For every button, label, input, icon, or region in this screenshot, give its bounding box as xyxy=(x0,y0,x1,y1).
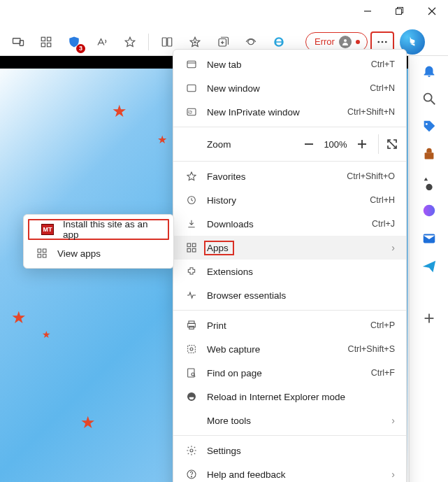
apps-submenu: MT Install this site as an app View apps xyxy=(23,214,174,269)
svg-rect-5 xyxy=(13,38,21,43)
menu-more-tools[interactable]: More tools › xyxy=(173,409,406,432)
menu-zoom-row: Zoom 100% xyxy=(173,130,406,158)
apps-icon xyxy=(34,248,50,259)
menu-new-tab[interactable]: New tab Ctrl+T xyxy=(173,52,406,76)
browser-menu: New tab Ctrl+T New window Ctrl+N New InP… xyxy=(173,49,407,482)
svg-rect-25 xyxy=(424,153,433,159)
zoom-out-button[interactable] xyxy=(298,134,319,155)
windows-icon xyxy=(183,83,200,94)
menu-favorites[interactable]: Favorites Ctrl+Shift+O xyxy=(173,164,406,188)
zoom-value: 100% xyxy=(319,139,352,150)
svg-point-54 xyxy=(191,476,192,477)
apps-icon xyxy=(183,242,200,253)
menu-essentials[interactable]: Browser essentials xyxy=(173,283,406,307)
svg-rect-7 xyxy=(41,37,45,41)
bell-icon[interactable] xyxy=(421,63,437,78)
menu-separator xyxy=(173,435,406,436)
find-icon xyxy=(183,367,200,378)
decorative-star-icon: ★ xyxy=(112,101,127,121)
search-icon[interactable] xyxy=(421,91,437,106)
menu-shortcut: Ctrl+F xyxy=(371,368,395,378)
add-icon[interactable] xyxy=(421,311,437,326)
tab-icon xyxy=(183,59,200,70)
download-icon xyxy=(183,218,200,229)
svg-rect-8 xyxy=(48,37,51,41)
decorative-star-icon: ★ xyxy=(157,133,167,146)
menu-label: New InPrivate window xyxy=(200,107,347,118)
submenu-install-site[interactable]: MT Install this site as an app xyxy=(28,219,169,240)
shield-icon[interactable]: 3 xyxy=(62,31,87,53)
svg-rect-58 xyxy=(43,254,46,257)
profile-avatar-icon xyxy=(339,36,352,48)
menu-label: History xyxy=(200,195,370,206)
menu-label: Print xyxy=(200,320,370,331)
chevron-right-icon: › xyxy=(391,415,395,426)
menu-shortcut: Ctrl+N xyxy=(370,83,395,93)
help-icon xyxy=(183,469,200,480)
svg-rect-32 xyxy=(187,85,196,91)
svg-rect-43 xyxy=(192,248,196,252)
menu-apps[interactable]: Apps › xyxy=(173,236,406,260)
menu-reload-ie[interactable]: Reload in Internet Explorer mode xyxy=(173,385,406,409)
menu-extensions[interactable]: Extensions xyxy=(173,260,406,283)
menu-help[interactable]: Help and feedback › xyxy=(173,462,406,482)
decorative-star-icon: ★ xyxy=(11,308,27,327)
inprivate-icon xyxy=(183,106,200,118)
menu-new-inprivate[interactable]: New InPrivate window Ctrl+Shift+N xyxy=(173,100,406,124)
menu-label: Install this site as an app xyxy=(56,219,157,240)
svg-rect-10 xyxy=(48,43,51,46)
zoom-label: Zoom xyxy=(207,139,298,150)
shopping-tag-icon[interactable] xyxy=(421,119,437,134)
menu-separator xyxy=(173,161,406,162)
svg-rect-40 xyxy=(187,243,191,247)
svg-point-52 xyxy=(190,449,193,452)
tools-icon[interactable] xyxy=(421,147,437,162)
fullscreen-button[interactable] xyxy=(378,134,398,154)
favorite-star-icon[interactable] xyxy=(117,31,143,53)
games-icon[interactable] xyxy=(421,175,437,190)
extension-icon xyxy=(183,266,200,277)
menu-separator xyxy=(173,310,406,311)
menu-label: Extensions xyxy=(200,267,395,277)
svg-rect-11 xyxy=(162,38,166,46)
star-icon xyxy=(183,171,200,182)
menu-label: Settings xyxy=(200,446,395,456)
menu-label: Browser essentials xyxy=(200,290,395,301)
ie-icon xyxy=(183,391,200,402)
svg-line-23 xyxy=(431,101,435,105)
device-icon[interactable] xyxy=(6,31,31,53)
window-minimize-button[interactable] xyxy=(352,0,384,22)
menu-shortcut: Ctrl+Shift+O xyxy=(347,171,395,181)
zoom-in-button[interactable] xyxy=(352,134,373,155)
site-badge-icon: MT xyxy=(39,224,56,235)
svg-rect-47 xyxy=(188,346,196,353)
window-close-button[interactable] xyxy=(416,0,448,22)
menu-find[interactable]: Find on page Ctrl+F xyxy=(173,361,406,385)
menu-label: Favorites xyxy=(200,171,347,182)
grid-icon[interactable] xyxy=(34,31,59,53)
menu-new-window[interactable]: New window Ctrl+N xyxy=(173,76,406,100)
menu-label: Find on page xyxy=(200,368,371,378)
menu-label: Downloads xyxy=(200,219,372,229)
svg-point-18 xyxy=(344,39,347,42)
menu-print[interactable]: Print Ctrl+P xyxy=(173,313,406,337)
svg-rect-30 xyxy=(187,61,196,67)
read-aloud-icon[interactable] xyxy=(89,31,115,53)
window-restore-button[interactable] xyxy=(384,0,416,22)
svg-rect-12 xyxy=(168,38,172,46)
menu-label: New tab xyxy=(200,59,371,70)
svg-point-26 xyxy=(423,205,435,217)
menu-history[interactable]: History Ctrl+H xyxy=(173,188,406,212)
outlook-icon[interactable] xyxy=(421,231,437,246)
svg-rect-42 xyxy=(187,248,191,252)
svg-point-20 xyxy=(382,41,384,43)
svg-point-21 xyxy=(385,41,387,43)
menu-label: View apps xyxy=(50,248,162,259)
menu-settings[interactable]: Settings xyxy=(173,439,406,462)
send-icon[interactable] xyxy=(421,259,437,274)
submenu-view-apps[interactable]: View apps xyxy=(24,241,173,265)
office-icon[interactable] xyxy=(421,203,437,218)
menu-downloads[interactable]: Downloads Ctrl+J xyxy=(173,212,406,236)
gear-icon xyxy=(183,445,200,456)
menu-capture[interactable]: Web capture Ctrl+Shift+S xyxy=(173,337,406,361)
